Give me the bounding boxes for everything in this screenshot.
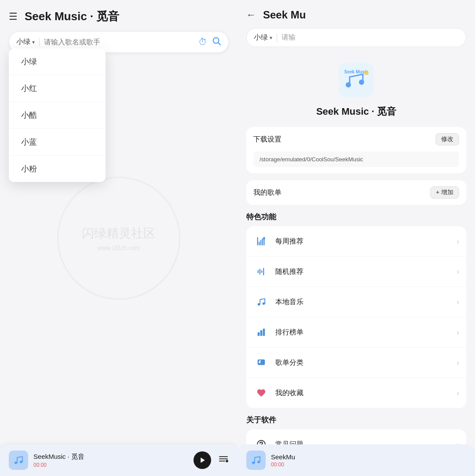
svg-point-17 <box>258 303 260 306</box>
source-dropdown: 小绿 小红 小酷 小蓝 小粉 <box>9 48 106 182</box>
svg-rect-16 <box>263 268 264 276</box>
svg-rect-20 <box>260 330 263 336</box>
right-player-icon-wrap <box>246 451 266 470</box>
playlist-category-label: 歌单分类 <box>275 358 457 367</box>
svg-rect-21 <box>263 329 265 336</box>
right-search-bar: 小绿 ▾ 请输 <box>246 28 466 47</box>
search-icon[interactable] <box>212 36 221 48</box>
features-section-title: 特色功能 <box>246 212 466 222</box>
hamburger-icon[interactable]: ☰ <box>9 11 18 22</box>
local-music-label: 本地音乐 <box>275 298 457 307</box>
right-search-divider <box>277 33 277 42</box>
random-recommend-label: 随机推荐 <box>275 267 457 276</box>
dropdown-item-1[interactable]: 小红 <box>9 75 106 102</box>
search-source-button[interactable]: 小绿 ▾ <box>16 37 35 47</box>
svg-point-8 <box>226 460 228 462</box>
rankings-icon <box>256 327 266 337</box>
svg-rect-15 <box>261 270 262 273</box>
feature-local-music[interactable]: 本地音乐 › <box>246 287 466 317</box>
playlist-category-icon <box>256 358 266 367</box>
dropdown-item-3[interactable]: 小蓝 <box>9 129 106 156</box>
search-source-label: 小绿 <box>16 37 30 47</box>
right-search-source-label: 小绿 <box>254 33 268 42</box>
right-player-time: 00:00 <box>271 461 466 468</box>
favorites-icon-wrap <box>253 385 269 401</box>
right-player-title: SeekMu <box>271 453 466 461</box>
playlist-queue-icon[interactable] <box>218 454 229 467</box>
app-logo-svg: Seek Music <box>336 60 376 100</box>
back-icon[interactable]: ← <box>246 9 256 21</box>
right-player-info: SeekMu 00:00 <box>271 453 466 468</box>
modify-button[interactable]: 修改 <box>435 133 459 145</box>
play-button[interactable] <box>194 451 211 469</box>
dropdown-item-4[interactable]: 小粉 <box>9 156 106 182</box>
features-card: 每周推荐 › 随机推荐 › <box>246 226 466 408</box>
settings-content: 下载设置 修改 /storage/emulated/0/CoolSou/Seek… <box>238 127 475 476</box>
feature-playlist-category[interactable]: 歌单分类 › <box>246 348 466 378</box>
download-label: 下载设置 <box>253 135 281 144</box>
right-search-source-button[interactable]: 小绿 ▾ <box>254 33 272 42</box>
feature-random-recommend[interactable]: 随机推荐 › <box>246 257 466 287</box>
svg-point-33 <box>257 461 260 463</box>
watermark-text2: www.i33zh.com <box>97 244 140 251</box>
favorites-icon <box>256 388 266 398</box>
random-recommend-icon-wrap <box>253 264 269 280</box>
watermark-text1: 闪绿精灵社区 <box>82 225 156 242</box>
svg-marker-4 <box>201 458 205 463</box>
left-header: ☰ Seek Music · 觅音 <box>0 0 238 31</box>
svg-point-32 <box>252 461 255 464</box>
app-info: Seek Music Seek Music · 觅音 <box>238 47 475 127</box>
player-time: 00:00 <box>33 462 194 468</box>
local-music-icon <box>256 297 266 307</box>
app-name: Seek Music · 觅音 <box>246 105 466 118</box>
download-settings-card: 下载设置 修改 /storage/emulated/0/CoolSou/Seek… <box>246 127 466 173</box>
player-icon-wrap <box>9 451 28 470</box>
favorites-label: 我的收藏 <box>275 389 457 398</box>
my-playlist-card: 我的歌单 + 增加 <box>246 180 466 205</box>
dropdown-item-2[interactable]: 小酷 <box>9 102 106 129</box>
svg-rect-14 <box>259 269 260 275</box>
svg-line-1 <box>218 43 220 45</box>
feature-favorites[interactable]: 我的收藏 › <box>246 378 466 408</box>
music-note-icon <box>13 455 24 465</box>
local-music-icon-wrap <box>253 294 269 310</box>
local-music-chevron: › <box>457 298 459 307</box>
weekly-recommend-label: 每周推荐 <box>275 237 457 246</box>
history-icon[interactable]: ⏱ <box>198 37 207 47</box>
download-row: 下载设置 修改 <box>246 127 466 152</box>
watermark: 闪绿精灵社区 www.i33zh.com <box>57 177 180 300</box>
right-header: ← Seek Mu <box>238 0 475 28</box>
about-section-title: 关于软件 <box>246 415 466 425</box>
dropdown-item-0[interactable]: 小绿 <box>9 48 106 75</box>
my-playlist-label: 我的歌单 <box>253 188 281 197</box>
rankings-chevron: › <box>457 328 459 337</box>
feature-rankings[interactable]: 排行榜单 › <box>246 317 466 348</box>
left-panel: ☰ Seek Music · 觅音 小绿 ▾ ⏱ 小绿 小红 小酷 <box>0 0 238 476</box>
favorites-chevron: › <box>457 389 459 398</box>
svg-point-2 <box>15 461 17 464</box>
chevron-down-icon: ▾ <box>32 39 35 45</box>
download-path: /storage/emulated/0/CoolSou/SeekMusic <box>253 152 459 167</box>
left-player-bar: SeekMusic · 觅音 00:00 <box>0 444 238 476</box>
feature-weekly-recommend[interactable]: 每周推荐 › <box>246 226 466 257</box>
search-divider <box>39 38 40 47</box>
svg-text:Seek Music: Seek Music <box>344 69 369 74</box>
right-panel: ← Seek Mu 小绿 ▾ 请输 <box>238 0 475 476</box>
right-chevron-down-icon: ▾ <box>270 35 272 41</box>
svg-point-3 <box>20 461 22 463</box>
play-icon <box>199 457 206 464</box>
add-playlist-button[interactable]: + 增加 <box>430 186 459 199</box>
random-recommend-chevron: › <box>457 267 459 276</box>
right-player-bar: SeekMu 00:00 <box>238 444 475 476</box>
right-title: Seek Mu <box>263 9 306 21</box>
right-music-note-icon <box>251 455 261 465</box>
playlist-category-chevron: › <box>457 358 459 367</box>
svg-point-12 <box>359 80 364 85</box>
rankings-label: 排行榜单 <box>275 328 457 337</box>
search-input[interactable] <box>44 38 194 46</box>
weekly-recommend-icon <box>256 236 266 246</box>
svg-rect-9 <box>339 62 374 98</box>
svg-point-11 <box>346 82 351 87</box>
weekly-recommend-icon-wrap <box>253 233 269 249</box>
svg-point-18 <box>263 302 265 305</box>
